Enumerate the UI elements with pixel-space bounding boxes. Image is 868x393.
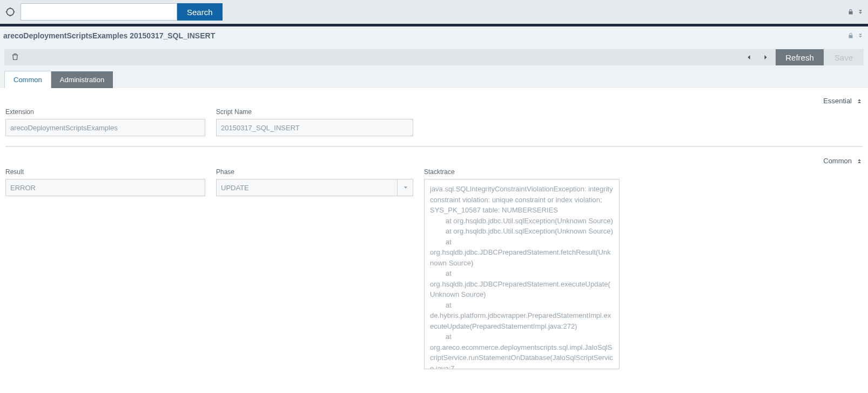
extension-input[interactable] [5, 119, 205, 136]
refresh-button[interactable]: Refresh [776, 49, 824, 65]
collapse-up-icon[interactable] [856, 158, 863, 164]
delete-button[interactable] [9, 50, 22, 65]
top-search-bar: Search [0, 0, 868, 24]
toolbar-container: Refresh Save [0, 45, 868, 70]
global-search-input[interactable] [21, 3, 177, 21]
stacktrace-textarea[interactable]: java.sql.SQLIntegrityConstraintViolation… [424, 179, 620, 369]
common-fields-row: Result Phase Stacktrace java.sql.SQLInte… [5, 168, 863, 369]
expand-down-icon[interactable] [857, 9, 864, 15]
section-divider [5, 146, 863, 147]
chevron-left-icon [746, 54, 752, 61]
topbar-right-icons [847, 9, 864, 15]
field-extension: Extension [5, 108, 205, 136]
tabs: Common Administration [4, 70, 864, 88]
section-common-header: Common [5, 157, 863, 165]
next-button[interactable] [757, 49, 773, 65]
phase-select-value [216, 179, 413, 196]
extension-label: Extension [5, 108, 205, 116]
search-button[interactable]: Search [177, 3, 223, 21]
field-result: Result [5, 168, 205, 369]
expand-down-icon[interactable] [857, 32, 864, 39]
phase-label: Phase [216, 168, 413, 176]
chevron-down-icon[interactable] [397, 179, 413, 196]
tabs-container: Common Administration [0, 70, 868, 88]
chevron-right-icon [762, 54, 769, 61]
tab-common[interactable]: Common [4, 71, 51, 88]
trash-icon [11, 52, 19, 61]
script-name-input[interactable] [216, 119, 413, 136]
section-essential-label: Essential [823, 97, 852, 105]
essential-fields-row: Extension Script Name [5, 108, 863, 136]
field-stacktrace: Stacktrace java.sql.SQLIntegrityConstrai… [424, 168, 620, 369]
lock-icon[interactable] [847, 9, 854, 15]
app-logo-icon [3, 5, 17, 19]
save-button: Save [824, 49, 864, 65]
result-input[interactable] [5, 179, 205, 196]
collapse-up-icon[interactable] [856, 98, 863, 104]
page-title-bar: arecoDeploymentScriptsExamples 20150317_… [0, 26, 868, 45]
titlebar-right-icons [847, 32, 864, 39]
lock-icon[interactable] [847, 32, 854, 39]
section-essential-header: Essential [5, 97, 863, 105]
page-title: arecoDeploymentScriptsExamples 20150317_… [3, 31, 215, 40]
field-phase: Phase [216, 168, 413, 369]
content-area: Essential Extension Script Name Common R… [0, 88, 868, 385]
prev-button[interactable] [741, 49, 757, 65]
script-name-label: Script Name [216, 108, 413, 116]
field-script-name: Script Name [216, 108, 413, 136]
result-label: Result [5, 168, 205, 176]
tab-administration[interactable]: Administration [51, 71, 113, 88]
section-common-label: Common [823, 157, 852, 165]
phase-select[interactable] [216, 179, 413, 196]
svg-point-0 [6, 8, 14, 15]
action-toolbar: Refresh Save [4, 49, 864, 65]
stacktrace-label: Stacktrace [424, 168, 620, 176]
